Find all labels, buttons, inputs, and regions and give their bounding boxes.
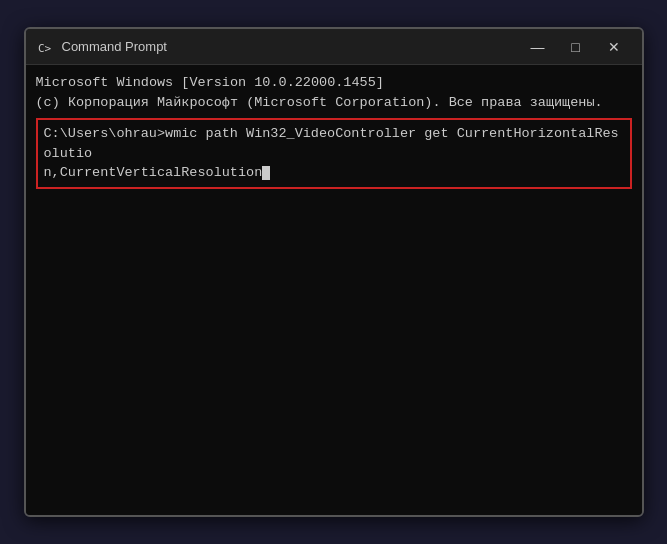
title-bar: C> Command Prompt — □ ✕ [26,29,642,65]
window-title: Command Prompt [62,39,520,54]
terminal-prompt: C:\Users\ohrau> [44,126,166,141]
command-highlight-block: C:\Users\ohrau>wmic path Win32_VideoCont… [36,118,632,189]
cmd-window: C> Command Prompt — □ ✕ Microsoft Window… [24,27,644,517]
terminal-line-1: Microsoft Windows [Version 10.0.22000.14… [36,73,632,93]
svg-text:C>: C> [38,42,52,55]
window-controls: — □ ✕ [520,33,632,61]
close-button[interactable]: ✕ [596,33,632,61]
terminal-cursor [262,166,270,180]
terminal-line-3: C:\Users\ohrau>wmic path Win32_VideoCont… [44,124,624,163]
terminal-line-2: (c) Корпорация Майкрософт (Microsoft Cor… [36,93,632,113]
maximize-button[interactable]: □ [558,33,594,61]
cmd-icon: C> [36,38,54,56]
terminal-command-part2: n,CurrentVerticalResolution [44,165,263,180]
terminal-line-4: n,CurrentVerticalResolution [44,163,624,183]
minimize-button[interactable]: — [520,33,556,61]
terminal-body[interactable]: Microsoft Windows [Version 10.0.22000.14… [26,65,642,515]
